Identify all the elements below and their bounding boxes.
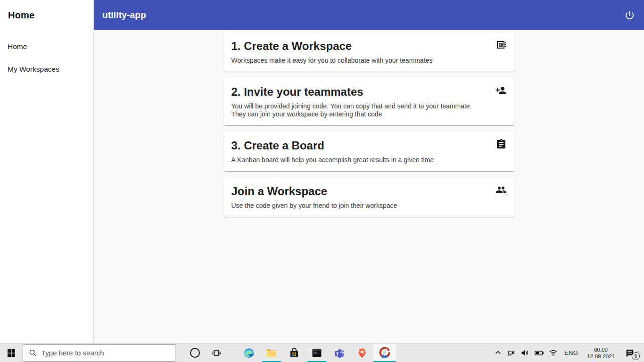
- task-view-icon[interactable]: [212, 348, 222, 358]
- card-create-board[interactable]: 3. Create a Board A Kanban board will he…: [224, 132, 514, 171]
- taskbar-app-brave[interactable]: [351, 344, 373, 362]
- wifi-icon[interactable]: [546, 344, 560, 362]
- taskbar-app-file-explorer[interactable]: [260, 344, 283, 362]
- sidebar-header: Home: [0, 0, 93, 30]
- clock-time: 00:00: [587, 346, 615, 353]
- volume-icon[interactable]: [518, 344, 532, 362]
- person-add-icon: [495, 85, 507, 96]
- sidebar-item-label: My Workspaces: [8, 65, 59, 73]
- card-subtitle: You will be provided joining code. You c…: [231, 102, 488, 118]
- pinned-apps: C:\_: [238, 344, 396, 362]
- card-create-workspace[interactable]: 1. Create a Workspace Workspaces make it…: [224, 33, 514, 72]
- app-window: Home Home My Workspaces utility-app 1. C…: [0, 0, 644, 343]
- cortana-icon[interactable]: [190, 348, 200, 358]
- sidebar-item-label: Home: [8, 42, 27, 50]
- sidebar-item-my-workspaces[interactable]: My Workspaces: [0, 58, 93, 81]
- language-indicator[interactable]: ENG: [560, 344, 582, 362]
- card-title: 3. Create a Board: [231, 138, 488, 153]
- app-bar: utility-app: [94, 0, 644, 30]
- taskbar-app-microsoft-store[interactable]: [283, 344, 305, 362]
- power-icon[interactable]: [623, 9, 636, 21]
- sidebar-item-home[interactable]: Home: [0, 35, 93, 58]
- taskbar-app-snipping-tool[interactable]: [373, 344, 396, 362]
- windows-taskbar: C:\_: [0, 343, 644, 362]
- sidebar-nav: Home My Workspaces: [0, 35, 93, 81]
- card-invite-teammates[interactable]: 2. Invite your teammates You will be pro…: [224, 78, 514, 125]
- main-content: 1. Create a Workspace Workspaces make it…: [94, 30, 644, 343]
- app-title: utility-app: [102, 10, 146, 20]
- svg-text:C:\_: C:\_: [314, 349, 317, 351]
- sidebar-title: Home: [8, 10, 34, 21]
- assignment-icon: [495, 139, 507, 150]
- windows-start-icon[interactable]: [0, 344, 23, 362]
- notification-badge: 5: [632, 352, 640, 360]
- system-tray: ENG 00:00 12-09-2021 5: [492, 344, 644, 362]
- card-subtitle: A Kanban board will help you accomplish …: [231, 156, 488, 164]
- card-join-workspace[interactable]: Join a Workspace Use the code given by y…: [224, 178, 514, 217]
- workspace-grid-icon: [495, 39, 507, 50]
- action-center-icon[interactable]: 5: [619, 344, 640, 362]
- card-subtitle: Use the code given by your friend to joi…: [231, 202, 488, 210]
- search-input[interactable]: [41, 349, 155, 357]
- card-title: Join a Workspace: [231, 184, 488, 199]
- chevron-up-icon[interactable]: [492, 344, 504, 362]
- taskbar-app-command-prompt[interactable]: C:\_: [305, 344, 328, 362]
- taskbar-app-edge[interactable]: [238, 344, 260, 362]
- taskbar-clock[interactable]: 00:00 12-09-2021: [582, 346, 619, 360]
- meet-now-icon[interactable]: [504, 344, 518, 362]
- search-icon: [29, 349, 37, 357]
- taskbar-app-teams[interactable]: [328, 344, 351, 362]
- clock-date: 12-09-2021: [587, 353, 615, 360]
- battery-icon[interactable]: [532, 344, 546, 362]
- people-icon: [495, 184, 507, 196]
- taskbar-search[interactable]: [23, 344, 175, 362]
- sidebar: Home Home My Workspaces: [0, 0, 94, 343]
- card-title: 1. Create a Workspace: [231, 39, 488, 54]
- card-list: 1. Create a Workspace Workspaces make it…: [224, 33, 514, 217]
- card-title: 2. Invite your teammates: [231, 84, 488, 99]
- card-subtitle: Workspaces make it easy for you to colla…: [231, 57, 488, 65]
